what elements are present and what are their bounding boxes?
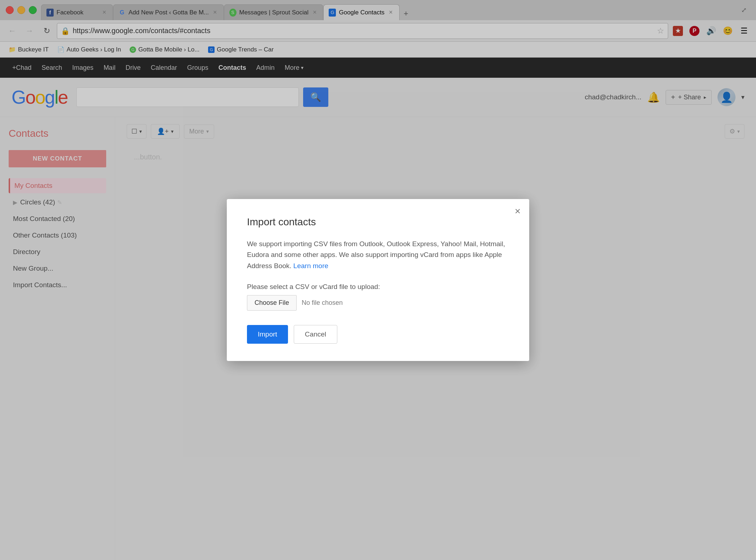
dialog-actions: Import Cancel [247, 325, 509, 344]
no-file-text: No file chosen [302, 299, 343, 307]
import-contacts-dialog: × Import contacts We support importing C… [227, 199, 529, 361]
cancel-button[interactable]: Cancel [294, 325, 337, 344]
dialog-overlay: × Import contacts We support importing C… [0, 0, 756, 560]
dialog-close-button[interactable]: × [515, 206, 521, 216]
dialog-title: Import contacts [247, 216, 509, 228]
dialog-description-text: We support importing CSV files from Outl… [247, 240, 505, 270]
file-select-label: Please select a CSV or vCard file to upl… [247, 283, 509, 291]
file-input-group: Choose File No file chosen [247, 295, 509, 311]
dialog-description: We support importing CSV files from Outl… [247, 239, 509, 271]
dialog-file-section: Please select a CSV or vCard file to upl… [247, 283, 509, 311]
import-button[interactable]: Import [247, 325, 288, 344]
choose-file-button[interactable]: Choose File [247, 295, 297, 311]
dialog-learn-more-link[interactable]: Learn more [293, 262, 328, 270]
